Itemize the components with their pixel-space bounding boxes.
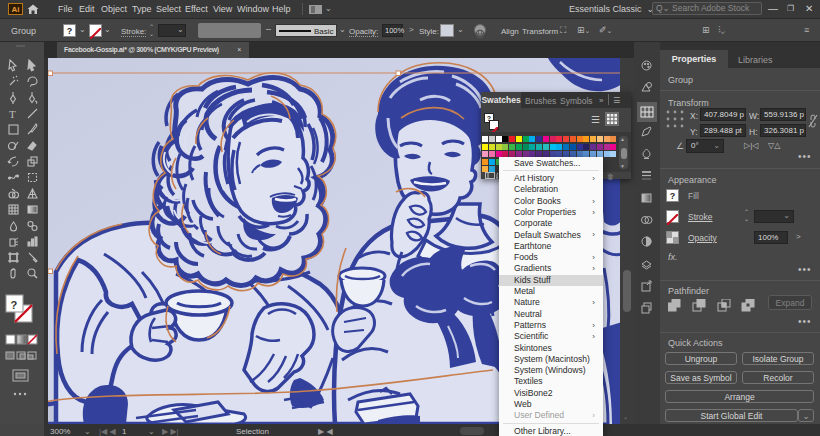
svg-text:T: T — [9, 108, 16, 120]
svg-text:?: ? — [11, 299, 18, 311]
